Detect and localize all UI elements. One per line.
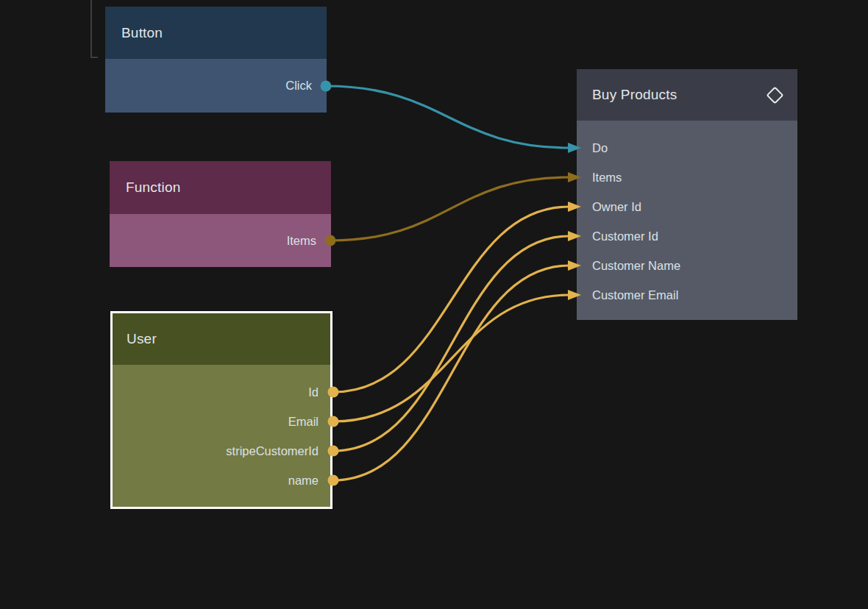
port-label: Items bbox=[287, 234, 316, 248]
node-button[interactable]: Button Click bbox=[105, 7, 327, 113]
node-editor-canvas[interactable]: Button Click Function Items User Id E bbox=[0, 0, 868, 609]
port-label: Customer Email bbox=[592, 288, 678, 302]
node-button-header[interactable]: Button bbox=[105, 7, 327, 59]
node-user[interactable]: User Id Email stripeCustomerId name bbox=[110, 311, 332, 509]
port-label: Customer Name bbox=[592, 259, 680, 273]
node-function[interactable]: Function Items bbox=[110, 161, 331, 267]
wire-name-to-customer-name[interactable] bbox=[333, 266, 569, 480]
node-buy-products-header[interactable]: Buy Products bbox=[577, 69, 797, 121]
node-button-body: Click bbox=[105, 59, 327, 113]
port-do-input[interactable]: Do bbox=[592, 133, 797, 163]
port-customer-name-input[interactable]: Customer Name bbox=[592, 251, 797, 280]
port-label: Owner Id bbox=[592, 200, 641, 214]
wire-id-to-owner-id[interactable] bbox=[333, 207, 569, 392]
port-label: name bbox=[288, 474, 319, 488]
port-customer-email-input[interactable]: Customer Email bbox=[592, 280, 797, 310]
node-buy-products[interactable]: Buy Products Do Items Owner Id Customer … bbox=[577, 69, 797, 320]
node-buy-products-body: Do Items Owner Id Customer Id Customer N… bbox=[577, 121, 797, 320]
node-function-header[interactable]: Function bbox=[110, 161, 331, 214]
wire-click-to-do[interactable] bbox=[326, 86, 569, 148]
port-label: stripeCustomerId bbox=[226, 444, 319, 458]
wire-email-to-customer-email[interactable] bbox=[333, 295, 569, 421]
port-items-output[interactable]: Items bbox=[110, 226, 316, 255]
port-customer-id-input[interactable]: Customer Id bbox=[592, 221, 797, 251]
wire-stripecustomerid-to-customer-id[interactable] bbox=[333, 236, 569, 451]
port-click-output[interactable]: Click bbox=[105, 71, 312, 101]
offscreen-frame-corner bbox=[90, 0, 98, 58]
diamond-icon bbox=[766, 86, 783, 104]
port-label: Customer Id bbox=[592, 229, 658, 243]
node-user-header[interactable]: User bbox=[113, 313, 330, 365]
node-function-body: Items bbox=[110, 214, 331, 267]
node-title: Function bbox=[126, 179, 180, 196]
wire-items-to-items[interactable] bbox=[330, 177, 569, 241]
node-user-body: Id Email stripeCustomerId name bbox=[113, 365, 330, 507]
port-label: Do bbox=[592, 141, 608, 155]
port-label: Click bbox=[285, 79, 312, 93]
port-owner-id-input[interactable]: Owner Id bbox=[592, 192, 797, 221]
port-stripecustomerid-output[interactable]: stripeCustomerId bbox=[113, 436, 319, 466]
node-title: Buy Products bbox=[592, 87, 677, 103]
port-label: Email bbox=[288, 415, 319, 429]
port-items-input[interactable]: Items bbox=[592, 163, 797, 192]
port-id-output[interactable]: Id bbox=[113, 377, 319, 407]
port-name-output[interactable]: name bbox=[113, 466, 319, 495]
node-title: Button bbox=[121, 25, 163, 41]
port-label: Items bbox=[592, 171, 622, 185]
node-title: User bbox=[127, 331, 157, 347]
port-email-output[interactable]: Email bbox=[113, 407, 319, 436]
port-label: Id bbox=[308, 385, 319, 399]
